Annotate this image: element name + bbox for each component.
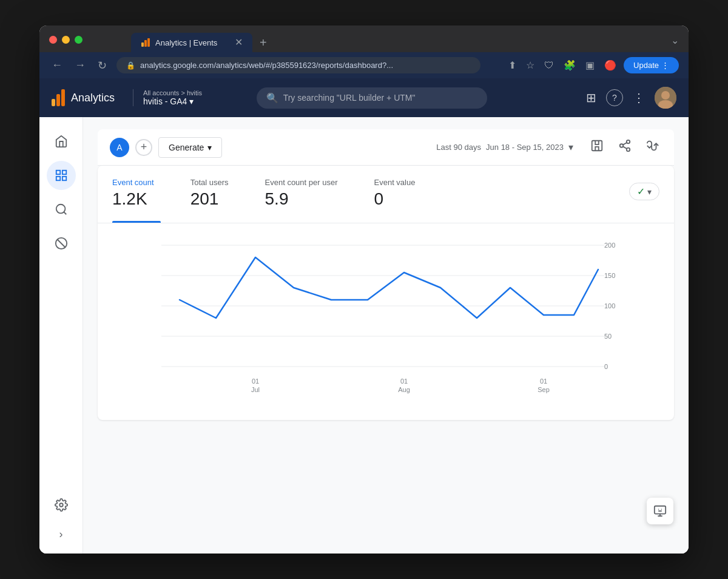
svg-rect-2 (147, 38, 150, 47)
ga-header: Analytics All accounts > hvitis hvitis -… (39, 78, 689, 117)
analytics-logo-text: Analytics (71, 92, 115, 104)
date-period-label: Last 90 days (436, 143, 481, 152)
refresh-button[interactable]: ↻ (95, 58, 109, 73)
forward-button[interactable]: → (72, 58, 88, 73)
tab-favicon (141, 38, 150, 47)
ga-header-actions: ⊞ ? ⋮ (584, 87, 676, 109)
metrics-values: Event count 1.2K Total users 201 Event c… (98, 166, 674, 221)
settings-icon[interactable] (47, 490, 76, 520)
sidebar-item-reports[interactable] (47, 161, 76, 190)
date-range-text: Jun 18 - Sep 15, 2023 (486, 143, 564, 152)
svg-point-16 (627, 148, 630, 152)
svg-text:Sep: Sep (538, 386, 550, 393)
minimize-traffic-light[interactable] (62, 36, 70, 44)
shield-icon[interactable]: 🛡 (542, 58, 556, 73)
metric-event-count[interactable]: Event count 1.2K (112, 178, 154, 209)
generate-button[interactable]: Generate ▾ (158, 137, 222, 158)
tab-close-btn[interactable]: ✕ (235, 38, 243, 47)
svg-rect-9 (56, 177, 59, 180)
svg-point-12 (59, 503, 63, 507)
event-count-label: Event count (112, 178, 154, 187)
add-comparison-btn[interactable]: + (135, 139, 152, 156)
browser-window: Analytics | Events ✕ + ⌄ ← → ↻ 🔒 analyti… (39, 25, 689, 554)
svg-rect-7 (62, 171, 66, 174)
report-header-right: Last 90 days Jun 18 - Sep 15, 2023 ▾ (431, 137, 662, 158)
browser-titlebar: Analytics | Events ✕ + ⌄ (39, 25, 689, 52)
event-count-value: 1.2K (112, 189, 154, 209)
browser-dropdown[interactable]: ⌄ (671, 35, 679, 51)
active-tab[interactable]: Analytics | Events ✕ (131, 33, 252, 52)
svg-text:Aug: Aug (398, 386, 410, 393)
share-icon[interactable] (616, 137, 634, 158)
bookmark-icon[interactable]: ☆ (524, 57, 537, 73)
event-value-value: 0 (374, 189, 416, 209)
svg-text:100: 100 (604, 302, 615, 310)
browser-actions: ⬆ ☆ 🛡 🧩 ▣ 🔴 Update ⋮ (506, 57, 679, 73)
grid-view-icon[interactable]: ⊞ (584, 88, 599, 107)
update-dropdown-icon: ⋮ (661, 61, 669, 70)
metric-total-users[interactable]: Total users 201 (190, 178, 229, 209)
svg-text:200: 200 (604, 242, 615, 249)
analytics-logo-icon (52, 89, 65, 106)
svg-rect-6 (56, 171, 59, 174)
ga-search-box[interactable]: 🔍 Try searching "URL builder + UTM" (257, 87, 487, 109)
account-dropdown-icon: ▾ (189, 96, 194, 106)
address-input[interactable]: 🔒 analytics.google.com/analytics/web/#/p… (116, 57, 480, 73)
split-view-icon[interactable]: ▣ (583, 57, 597, 73)
tabs-bar: Analytics | Events ✕ + (131, 33, 272, 52)
record-icon[interactable]: 🔴 (602, 57, 619, 73)
ga-logo: Analytics (52, 89, 115, 106)
svg-text:01: 01 (252, 378, 259, 385)
report-avatar: A (110, 138, 129, 157)
help-icon[interactable]: ? (606, 89, 623, 106)
sidebar-collapse-btn[interactable]: › (47, 524, 76, 544)
user-avatar[interactable] (655, 87, 676, 109)
ga-account-info: All accounts > hvitis hvitis - GA4 ▾ (133, 89, 202, 106)
update-label: Update (633, 61, 659, 70)
traffic-lights (49, 36, 83, 44)
check-icon: ✓ (637, 186, 645, 197)
svg-text:Jul: Jul (251, 386, 260, 393)
back-button[interactable]: ← (49, 58, 65, 73)
ga-search-placeholder: Try searching "URL builder + UTM" (283, 93, 416, 103)
svg-text:01: 01 (400, 378, 408, 385)
address-bar: ← → ↻ 🔒 analytics.google.com/analytics/w… (39, 52, 689, 78)
tab-title: Analytics | Events (155, 38, 230, 47)
more-options-icon[interactable]: ⋮ (630, 88, 647, 107)
update-button[interactable]: Update ⋮ (624, 57, 679, 73)
new-tab-button[interactable]: + (255, 33, 272, 52)
svg-rect-13 (592, 141, 602, 151)
check-dropdown-icon: ▾ (647, 187, 652, 197)
compare-icon[interactable] (644, 137, 662, 158)
svg-text:50: 50 (604, 333, 612, 340)
ga-account-name[interactable]: hvitis - GA4 ▾ (143, 96, 202, 106)
svg-text:0: 0 (604, 363, 608, 370)
generate-dropdown-icon: ▾ (207, 143, 212, 152)
metric-event-count-per-user[interactable]: Event count per user 5.9 (265, 178, 338, 209)
maximize-traffic-light[interactable] (75, 36, 83, 44)
sidebar: › (39, 117, 83, 554)
ga-search[interactable]: 🔍 Try searching "URL builder + UTM" (257, 87, 487, 109)
report-header: A + Generate ▾ Last 90 days Jun 18 - Sep… (98, 129, 674, 166)
sidebar-item-home[interactable] (47, 127, 76, 156)
sidebar-item-explore[interactable] (47, 195, 76, 224)
chart-container: 200 150 100 50 0 (98, 223, 674, 420)
active-tab-bar (112, 221, 161, 223)
save-report-icon[interactable] (588, 137, 606, 158)
sidebar-item-advertising[interactable] (47, 229, 76, 258)
lock-icon: 🔒 (126, 61, 135, 70)
feedback-button[interactable] (647, 498, 673, 524)
url-text: analytics.google.com/analytics/web/#/p38… (140, 61, 393, 70)
close-traffic-light[interactable] (49, 36, 57, 44)
svg-rect-0 (141, 42, 144, 47)
total-users-value: 201 (190, 189, 229, 209)
svg-point-14 (627, 140, 630, 144)
svg-text:150: 150 (604, 272, 615, 279)
share-page-icon[interactable]: ⬆ (506, 57, 519, 73)
metric-check-button[interactable]: ✓ ▾ (629, 183, 659, 200)
extensions-icon[interactable]: 🧩 (561, 57, 578, 73)
metrics-card: Event count 1.2K Total users 201 Event c… (98, 166, 674, 420)
date-range-selector[interactable]: Last 90 days Jun 18 - Sep 15, 2023 ▾ (431, 139, 578, 155)
date-dropdown-icon: ▾ (568, 141, 573, 153)
metric-event-value[interactable]: Event value 0 (374, 178, 416, 209)
